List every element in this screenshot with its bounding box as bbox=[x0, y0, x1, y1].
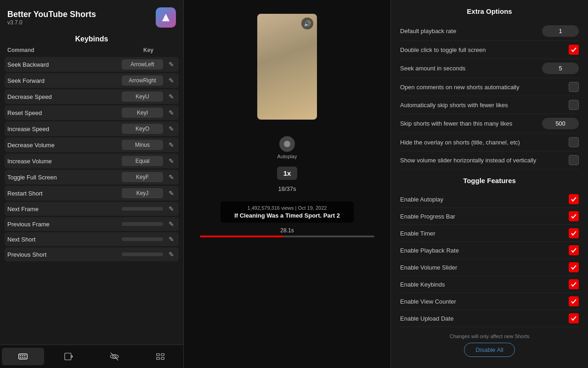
video-info-overlay: 1,492,579,316 views | Oct 19, 2022 If Cl… bbox=[220, 201, 354, 223]
option-input-2[interactable] bbox=[542, 63, 579, 74]
option-row-4: Automatically skip shorts with fewer lik… bbox=[400, 96, 579, 114]
keybind-key-0[interactable]: ArrowLeft bbox=[122, 59, 163, 69]
tab-keybinds[interactable] bbox=[2, 348, 44, 365]
keybind-edit-12[interactable]: ✎ bbox=[167, 250, 176, 259]
keybind-key-7[interactable]: KeyF bbox=[122, 172, 163, 182]
keybind-key-6[interactable]: Equal bbox=[122, 156, 163, 166]
keybind-edit-6[interactable]: ✎ bbox=[167, 156, 176, 166]
option-label-4: Automatically skip shorts with fewer lik… bbox=[400, 102, 569, 109]
tab-extra[interactable] bbox=[139, 348, 181, 365]
keybind-edit-2[interactable]: ✎ bbox=[167, 92, 176, 101]
toggle-row-0: Enable Autoplay bbox=[400, 191, 579, 208]
keybind-row: Next Short ✎ bbox=[5, 232, 179, 246]
toggle-checkbox-4[interactable] bbox=[569, 262, 579, 272]
video-container: 🔊 bbox=[257, 14, 317, 120]
option-label-7: Show volume slider horizontally instead … bbox=[400, 157, 569, 164]
svg-rect-7 bbox=[24, 357, 26, 358]
keybind-row: Previous Frame ✎ bbox=[5, 217, 179, 231]
toggle-checkbox-2[interactable] bbox=[569, 228, 579, 238]
progress-area: 28.1s bbox=[200, 227, 374, 237]
keybind-key-11[interactable] bbox=[122, 237, 163, 241]
keybind-edit-10[interactable]: ✎ bbox=[167, 219, 176, 229]
progress-bar[interactable] bbox=[200, 236, 374, 237]
keybind-command-5: Decrease Volume bbox=[7, 142, 122, 149]
toggle-checkbox-0[interactable] bbox=[569, 194, 579, 204]
svg-rect-14 bbox=[157, 357, 159, 360]
svg-rect-2 bbox=[20, 355, 21, 356]
toggle-label-1: Enable Progress Bar bbox=[400, 213, 455, 220]
option-input-5[interactable] bbox=[542, 118, 579, 129]
keybind-key-9[interactable] bbox=[122, 207, 163, 211]
progress-timer: 28.1s bbox=[200, 227, 374, 234]
bottom-tabs bbox=[0, 345, 183, 368]
keybind-command-12: Previous Short bbox=[7, 251, 122, 258]
svg-rect-8 bbox=[64, 353, 71, 360]
svg-marker-9 bbox=[71, 355, 73, 358]
option-input-0[interactable] bbox=[542, 25, 579, 37]
keybind-edit-4[interactable]: ✎ bbox=[167, 124, 176, 133]
toggle-features-list: Enable Autoplay Enable Progress Bar Enab… bbox=[400, 191, 579, 327]
keybind-command-10: Previous Frame bbox=[7, 221, 122, 228]
keybind-key-4[interactable]: KeyO bbox=[122, 124, 163, 134]
keybind-command-4: Increase Speed bbox=[7, 126, 122, 132]
keybind-key-10[interactable] bbox=[122, 222, 163, 226]
checkbox-3[interactable] bbox=[569, 82, 579, 92]
changes-note: Changes will only affect new Shorts bbox=[400, 334, 579, 339]
keybind-edit-5[interactable]: ✎ bbox=[167, 140, 176, 150]
keybind-row: Seek Backward ArrowLeft ✎ bbox=[5, 57, 179, 72]
keybind-command-8: Restart Short bbox=[7, 190, 122, 197]
keybind-row: Toggle Full Screen KeyF ✎ bbox=[5, 170, 179, 184]
svg-rect-4 bbox=[24, 355, 26, 356]
toggle-checkbox-5[interactable] bbox=[569, 279, 579, 289]
toggle-checkbox-3[interactable] bbox=[569, 245, 579, 255]
checkbox-4[interactable] bbox=[569, 100, 579, 110]
option-row-3: Open comments on new shorts automaticall… bbox=[400, 78, 579, 96]
option-label-0: Default playback rate bbox=[400, 28, 542, 34]
checkbox-1[interactable] bbox=[569, 45, 579, 55]
svg-rect-1 bbox=[19, 354, 27, 359]
checkbox-7[interactable] bbox=[569, 155, 579, 165]
toggle-checkbox-7[interactable] bbox=[569, 313, 579, 323]
playback-rate-badge[interactable]: 1x bbox=[277, 167, 298, 180]
disable-all-button[interactable]: Disable All bbox=[464, 343, 515, 357]
video-placeholder: 🔊 bbox=[257, 14, 317, 120]
keybind-command-11: Next Short bbox=[7, 236, 122, 243]
option-row-7: Show volume slider horizontally instead … bbox=[400, 151, 579, 169]
tab-hide[interactable] bbox=[94, 348, 136, 365]
keybind-edit-11[interactable]: ✎ bbox=[167, 235, 176, 244]
keybind-key-3[interactable]: KeyI bbox=[122, 108, 163, 118]
checkbox-6[interactable] bbox=[569, 137, 579, 147]
toggle-features-section: Toggle Features Enable Autoplay Enable P… bbox=[400, 177, 579, 357]
volume-icon[interactable]: 🔊 bbox=[301, 17, 313, 29]
toggle-row-7: Enable Upload Date bbox=[400, 310, 579, 327]
autoplay-label: Autoplay bbox=[277, 154, 297, 159]
tab-video[interactable] bbox=[48, 348, 90, 365]
keybind-key-5[interactable]: Minus bbox=[122, 140, 163, 150]
keybind-key-2[interactable]: KeyU bbox=[122, 92, 163, 102]
keybind-edit-3[interactable]: ✎ bbox=[167, 108, 176, 117]
keybind-key-12[interactable] bbox=[122, 253, 163, 256]
keybind-row: Reset Speed KeyI ✎ bbox=[5, 105, 179, 120]
video-title: If Cleaning Was a Timed Sport. Part 2 bbox=[226, 212, 348, 219]
keybind-row: Increase Volume Equal ✎ bbox=[5, 154, 179, 168]
option-row-2: Seek amount in seconds bbox=[400, 59, 579, 78]
keybind-edit-0[interactable]: ✎ bbox=[167, 60, 176, 69]
keybind-edit-7[interactable]: ✎ bbox=[167, 172, 176, 182]
keybinds-list: Seek Backward ArrowLeft ✎ Seek Forward A… bbox=[0, 55, 183, 345]
autoplay-toggle-inner bbox=[284, 141, 290, 147]
option-row-0: Default playback rate bbox=[400, 22, 579, 41]
keybind-edit-1[interactable]: ✎ bbox=[167, 76, 176, 85]
option-row-1: Double click to toggle full screen bbox=[400, 41, 579, 59]
keybind-edit-9[interactable]: ✎ bbox=[167, 204, 176, 213]
keybind-key-1[interactable]: ArrowRight bbox=[122, 75, 163, 86]
toggle-checkbox-1[interactable] bbox=[569, 211, 579, 221]
keybind-row: Restart Short KeyJ ✎ bbox=[5, 186, 179, 201]
keybind-key-8[interactable]: KeyJ bbox=[122, 188, 163, 198]
keybinds-title: Keybinds bbox=[0, 31, 183, 45]
option-row-5: Skip shorts with fewer than this many li… bbox=[400, 114, 579, 133]
toggle-checkbox-6[interactable] bbox=[569, 296, 579, 306]
middle-panel: 🔊 Autoplay 1x 18/37s 1,492,579 bbox=[184, 0, 390, 368]
autoplay-toggle[interactable] bbox=[279, 136, 295, 152]
keybind-edit-8[interactable]: ✎ bbox=[167, 189, 176, 198]
toggle-label-7: Enable Upload Date bbox=[400, 315, 453, 322]
